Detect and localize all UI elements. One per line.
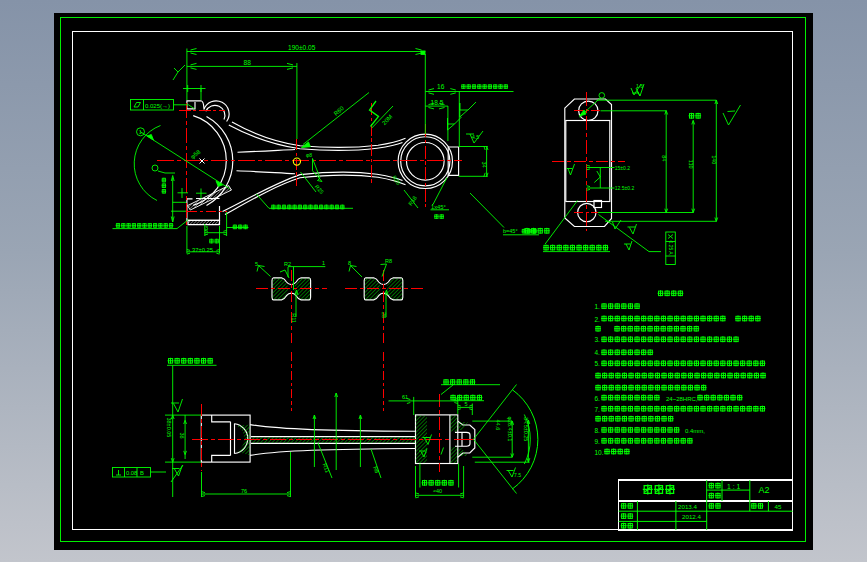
svg-text:0.4mm,: 0.4mm, (685, 428, 705, 434)
svg-text:0.025(→): 0.025(→) (145, 103, 170, 109)
svg-text:140: 140 (711, 155, 717, 164)
svg-text:7.: 7. (595, 406, 601, 413)
svg-text:R11: R11 (291, 313, 297, 323)
svg-text:≈40: ≈40 (433, 488, 442, 494)
svg-text:4.: 4. (595, 349, 601, 356)
svg-text:76: 76 (241, 488, 247, 494)
svg-text:45: 45 (775, 503, 782, 510)
svg-text:φ26.4±0.1: φ26.4±0.1 (507, 416, 513, 441)
svg-text:38±0.05: 38±0.05 (166, 418, 172, 438)
svg-text:R2: R2 (284, 261, 291, 267)
svg-text:28: 28 (381, 312, 387, 318)
svg-text:37±0.25: 37±0.25 (192, 247, 213, 253)
svg-text:34: 34 (481, 162, 487, 168)
svg-text:B: B (140, 470, 144, 476)
svg-text:1.6: 1.6 (636, 83, 643, 89)
svg-text:61: 61 (402, 394, 408, 400)
svg-text:10.: 10. (595, 449, 604, 456)
svg-text:110: 110 (688, 160, 694, 169)
svg-text:34.5±0.25: 34.5±0.25 (523, 417, 529, 441)
svg-text:1x45°: 1x45° (431, 204, 446, 210)
svg-text:16: 16 (437, 83, 445, 90)
svg-text:8.: 8. (595, 427, 601, 434)
svg-text:A2: A2 (759, 485, 770, 495)
svg-text:2013.4: 2013.4 (678, 503, 697, 510)
svg-text:1.: 1. (595, 303, 601, 310)
svg-text:8: 8 (348, 260, 351, 266)
svg-text:1 : 1: 1 : 1 (727, 483, 740, 490)
svg-text:5.: 5. (595, 360, 601, 367)
svg-text:4.5: 4.5 (472, 134, 479, 140)
svg-text:190±0.05: 190±0.05 (288, 44, 316, 51)
svg-text:9.: 9. (595, 438, 601, 445)
svg-text:0.25 A: 0.25 A (668, 241, 674, 256)
svg-text:12.5±0.2: 12.5±0.2 (615, 185, 635, 191)
svg-text:5: 5 (255, 261, 258, 267)
svg-text:b=45°: b=45° (503, 228, 518, 234)
svg-text:3: 3 (205, 225, 208, 231)
svg-text:7.5: 7.5 (514, 472, 521, 478)
svg-text:3.: 3. (595, 336, 601, 343)
svg-text:84: 84 (661, 155, 667, 161)
svg-text:15±0.2: 15±0.2 (615, 165, 630, 171)
svg-text:φ8: φ8 (306, 152, 312, 158)
svg-text:36: 36 (179, 433, 185, 439)
svg-text:6.: 6. (595, 395, 601, 402)
svg-text:R8: R8 (385, 258, 392, 264)
svg-text:24~28HRC,: 24~28HRC, (666, 396, 698, 402)
svg-text:18.5: 18.5 (431, 99, 444, 106)
svg-text:5: 5 (465, 401, 468, 407)
svg-text:44.6: 44.6 (495, 420, 501, 431)
svg-text:1: 1 (322, 260, 325, 266)
svg-text:2012.4: 2012.4 (682, 513, 701, 520)
svg-text:2.: 2. (595, 316, 601, 323)
svg-text:88: 88 (244, 59, 252, 66)
svg-text:0.08: 0.08 (126, 470, 137, 476)
